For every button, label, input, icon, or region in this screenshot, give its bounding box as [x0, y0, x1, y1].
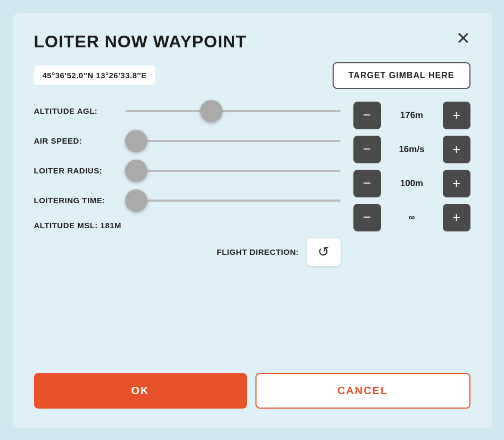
- air-speed-track: [126, 140, 341, 142]
- coordinates-badge: 45°36′52.0″N 13°26′33.8″E: [34, 65, 155, 85]
- ctrl-radius-minus[interactable]: −: [353, 170, 381, 197]
- flight-direction-button[interactable]: ↺: [307, 238, 341, 266]
- loiter-now-dialog: LOITER NOW WAYPOINT ✕ 45°36′52.0″N 13°26…: [13, 13, 492, 428]
- sliders-section: ALTITUDE AGL: AIR SPEED: LOITER RADIUS:: [34, 102, 341, 352]
- coordinates-row: 45°36′52.0″N 13°26′33.8″E TARGET GIMBAL …: [34, 62, 470, 89]
- altitude-agl-label: ALTITUDE AGL:: [34, 106, 119, 115]
- main-content: ALTITUDE AGL: AIR SPEED: LOITER RADIUS:: [34, 102, 470, 352]
- loiter-radius-label: LOITER RADIUS:: [34, 166, 119, 175]
- ctrl-radius-value: 100m: [384, 178, 440, 189]
- rotation-icon: ↺: [318, 244, 329, 260]
- controls-section: − 176m + − 16m/s + − 100m + − ∞ +: [353, 102, 470, 352]
- loitering-time-track: [126, 200, 341, 202]
- loitering-time-row: LOITERING TIME:: [34, 191, 341, 210]
- altitude-agl-track: [126, 110, 341, 112]
- loitering-time-label: LOITERING TIME:: [34, 196, 119, 205]
- target-gimbal-button[interactable]: TARGET GIMBAL HERE: [333, 62, 470, 89]
- dialog-header: LOITER NOW WAYPOINT ✕: [34, 32, 470, 52]
- flight-direction-label: FLIGHT DIRECTION:: [217, 247, 299, 256]
- loiter-radius-track: [126, 170, 341, 172]
- ctrl-airspeed-plus[interactable]: +: [443, 136, 470, 163]
- ctrl-loiter-time-minus[interactable]: −: [353, 204, 381, 231]
- ctrl-loiter-time-plus[interactable]: +: [443, 204, 470, 231]
- air-speed-row: AIR SPEED:: [34, 131, 341, 151]
- ctrl-loiter-time-value: ∞: [384, 212, 440, 223]
- ctrl-airspeed-row: − 16m/s +: [353, 136, 470, 163]
- altitude-agl-slider[interactable]: [126, 102, 341, 121]
- cancel-button[interactable]: CANCEL: [255, 373, 470, 409]
- ctrl-altitude-minus[interactable]: −: [353, 102, 381, 129]
- ctrl-loiter-time-row: − ∞ +: [353, 204, 470, 231]
- ctrl-altitude-value: 176m: [384, 110, 440, 121]
- ctrl-airspeed-value: 16m/s: [384, 144, 440, 155]
- footer: OK CANCEL: [34, 352, 470, 409]
- dialog-title: LOITER NOW WAYPOINT: [34, 32, 247, 52]
- loiter-radius-slider[interactable]: [126, 161, 341, 180]
- flight-direction-row: FLIGHT DIRECTION: ↺: [34, 238, 341, 266]
- air-speed-thumb[interactable]: [125, 130, 147, 152]
- altitude-msl: ALTITUDE MSL: 181m: [34, 221, 341, 230]
- ctrl-altitude-plus[interactable]: +: [443, 102, 470, 129]
- ctrl-radius-plus[interactable]: +: [443, 170, 470, 197]
- loitering-time-thumb[interactable]: [125, 189, 147, 212]
- altitude-agl-row: ALTITUDE AGL:: [34, 102, 341, 121]
- ctrl-airspeed-minus[interactable]: −: [353, 136, 381, 163]
- air-speed-slider[interactable]: [126, 131, 341, 151]
- loitering-time-slider[interactable]: [126, 191, 341, 210]
- loiter-radius-thumb[interactable]: [125, 160, 147, 182]
- close-button[interactable]: ✕: [456, 30, 470, 47]
- ctrl-altitude-row: − 176m +: [353, 102, 470, 129]
- altitude-agl-thumb[interactable]: [200, 100, 222, 122]
- air-speed-label: AIR SPEED:: [34, 136, 119, 145]
- ok-button[interactable]: OK: [34, 373, 247, 409]
- loiter-radius-row: LOITER RADIUS:: [34, 161, 341, 180]
- ctrl-radius-row: − 100m +: [353, 170, 470, 197]
